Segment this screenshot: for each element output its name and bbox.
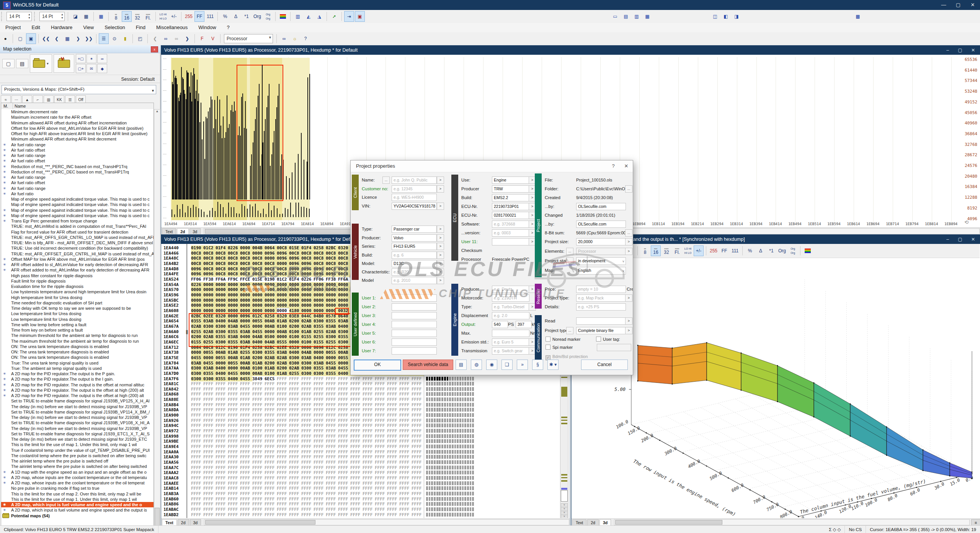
hex-cell[interactable]: FFFF <box>289 476 301 481</box>
hex-cell[interactable]: FFFF <box>252 381 265 387</box>
hex-cell[interactable]: 0000 <box>216 293 228 298</box>
hex-cell[interactable]: 0226 <box>228 245 240 251</box>
hex-cell[interactable]: FFFF <box>326 402 338 408</box>
hex-cell[interactable]: FFFF <box>252 460 265 465</box>
hex-cell[interactable]: FFFF <box>399 387 412 392</box>
field-input[interactable] <box>576 317 626 325</box>
menu-item-miscellaneous[interactable]: Miscellaneous <box>151 23 193 32</box>
hex-cell[interactable]: FFFF <box>399 460 412 465</box>
hex-cell[interactable]: 0096 <box>203 271 216 277</box>
hex-cell[interactable]: FFFF <box>350 423 363 428</box>
hex-cell[interactable]: FFFF <box>252 465 265 471</box>
hex-cell[interactable]: FFFF <box>265 444 277 450</box>
hex-cell[interactable]: FFFF <box>301 481 314 486</box>
hex-cell[interactable]: FFFF <box>228 444 240 450</box>
hex-cell[interactable]: 0455 <box>338 366 350 371</box>
hex-cell[interactable]: 00C8 <box>216 261 228 266</box>
hex-cell[interactable]: 0064 <box>265 245 277 251</box>
hex-cell[interactable]: FFFF <box>399 455 412 460</box>
hex-cell[interactable]: 0000 <box>191 293 203 298</box>
hex-cell[interactable]: FFFF <box>191 512 203 518</box>
hex-cell[interactable]: FFFF <box>216 476 228 481</box>
hex-cell[interactable]: FFFF <box>350 486 363 491</box>
hex-cell[interactable]: 00C8 <box>314 256 326 261</box>
hex-cell[interactable]: FFFF <box>326 497 338 502</box>
hex-cell[interactable]: FFFF <box>301 512 314 518</box>
field-more-button[interactable]: > <box>437 277 444 284</box>
map-list-item[interactable]: ✳Air fuel ratio range <box>1 186 154 191</box>
hex-cell[interactable]: 0000 <box>301 298 314 303</box>
hex-cell[interactable]: FFFF <box>412 476 424 481</box>
hex-cell[interactable]: FFFF <box>363 450 375 455</box>
hex-cell[interactable]: FFFF <box>252 486 265 491</box>
field-more-button[interactable]: > <box>625 248 632 255</box>
hex-cell[interactable]: FFFF <box>314 397 326 402</box>
hex-cell[interactable]: FFFF <box>412 455 424 460</box>
field-more-button[interactable]: > <box>625 317 632 325</box>
map-list-item[interactable]: High temperature limit for Urea dosing <box>1 295 154 300</box>
hex-cell[interactable]: FF38 <box>326 277 338 282</box>
hex-cell[interactable]: 0000 <box>338 298 350 303</box>
map-list-item[interactable]: Low temperature limit for Urea dosing <box>1 317 154 322</box>
plugin-icon[interactable]: ◆ <box>97 64 107 73</box>
hex-cell[interactable]: FFFF <box>301 486 314 491</box>
hex-cell[interactable]: 0000 <box>203 308 216 314</box>
map-list-item[interactable]: ✳Air fuel ratio range <box>1 142 154 147</box>
hex-cell[interactable]: 0055 <box>203 350 216 355</box>
hex-cell[interactable]: FFFF <box>301 387 314 392</box>
hex-row[interactable]: 1EAA0AFFFFFFFFFFFFFFFFFFFFFFFFFFFFFFFFFF… <box>163 450 565 455</box>
hex-cell[interactable]: FFFF <box>289 491 301 497</box>
hex-cell[interactable]: 00C8 <box>277 271 289 277</box>
hex-cell[interactable]: FFFF <box>301 497 314 502</box>
hex-cell[interactable]: FFFF <box>363 418 375 423</box>
map-list-item[interactable]: ✳A 2D map, whose inputs are the coolant … <box>1 475 154 480</box>
hex-cell[interactable]: 0000 <box>265 282 277 288</box>
hex-cell[interactable]: FFFF <box>228 481 240 486</box>
hex-cell[interactable]: 0355 <box>314 366 326 371</box>
hex-cell[interactable]: FFFF <box>375 481 387 486</box>
hex-cell[interactable]: 0000 <box>301 287 314 293</box>
hex-cell[interactable]: FFFF <box>314 465 326 471</box>
field-more-button[interactable]: ... <box>625 185 632 193</box>
map-list-item[interactable]: Set to TRUE to enable frame diagnosis fo… <box>1 431 154 437</box>
hex-cell[interactable]: FFFF <box>412 507 424 512</box>
add-map-icon[interactable]: +▢ <box>76 54 86 63</box>
hex-cell[interactable]: FFFF <box>301 450 314 455</box>
hex-cell[interactable]: FFFF <box>412 381 424 387</box>
hex-cell[interactable]: 0000 <box>228 366 240 371</box>
hex-cell[interactable]: 0000 <box>301 308 314 314</box>
map-list-item[interactable]: TRUE: Use old incorrect decrement condit… <box>1 245 154 251</box>
tab-Text[interactable]: Text <box>162 228 176 235</box>
hex-cell[interactable]: FFFF <box>375 460 387 465</box>
hex-cell[interactable]: FFFF <box>314 507 326 512</box>
map-list-item[interactable]: ✳Air fuel ratio offset <box>1 180 154 185</box>
field-input[interactable]: Complete binary file <box>576 327 626 334</box>
hex-cell[interactable]: FFFF <box>314 387 326 392</box>
map-list-item[interactable]: The airinlet temp where the pre pulse is… <box>1 458 154 464</box>
hex-cell[interactable]: FFFF <box>228 381 240 387</box>
mail-icon[interactable]: ✉ <box>87 64 96 73</box>
field-more-button[interactable]: > <box>437 177 444 184</box>
hex-cell[interactable]: FFFF <box>265 460 277 465</box>
hex-cell[interactable]: FFFF <box>350 381 363 387</box>
hex-cell[interactable]: FFFF <box>314 512 326 518</box>
hex-cell[interactable]: FFFF <box>289 407 301 413</box>
hex-cell[interactable]: 00AB <box>216 350 228 355</box>
window-icon-2[interactable]: ▤ <box>621 11 631 22</box>
hex-cell[interactable]: FFFF <box>191 402 203 408</box>
hex-cell[interactable]: FFFF <box>338 460 350 465</box>
hex-cell[interactable]: 0000 <box>265 308 277 314</box>
hex-cell[interactable]: FFFF <box>399 434 412 439</box>
hex-cell[interactable]: FFFF <box>216 418 228 423</box>
hex-cell[interactable]: 0000 <box>277 293 289 298</box>
scroll-thumb[interactable] <box>561 490 568 502</box>
hex-cell[interactable]: 00C8 <box>326 261 338 266</box>
hex-cell[interactable]: FFFF <box>216 481 228 486</box>
hex-cell[interactable]: FFFF <box>314 502 326 507</box>
map-list-item[interactable]: Map of engine speed against indicated to… <box>1 196 154 202</box>
binocular-icon[interactable]: ∞ <box>161 33 171 44</box>
hex-cell[interactable]: 00C8 <box>265 266 277 272</box>
window-icon-6[interactable]: ◧ <box>721 11 731 22</box>
signed-toggle[interactable]: +/- <box>169 11 179 22</box>
hex-cell[interactable]: FFFF <box>399 428 412 434</box>
